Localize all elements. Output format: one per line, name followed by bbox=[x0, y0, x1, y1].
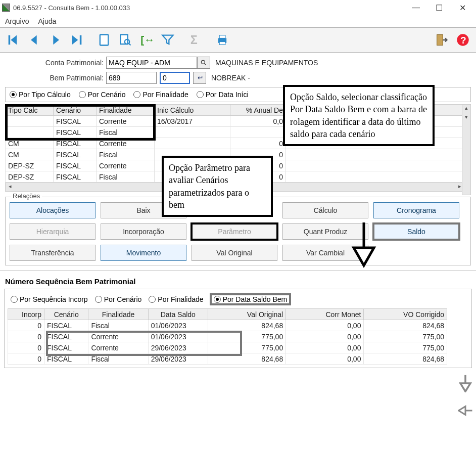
saldo-panel: Por Sequência Incorp Por Cenário Por Fin… bbox=[4, 289, 472, 368]
annotation-saldo: Opção Saldo, selecionar classificação Po… bbox=[283, 85, 435, 146]
radio-cenario2[interactable]: Por Cenário bbox=[95, 294, 142, 304]
range-icon[interactable]: [↔] bbox=[136, 30, 157, 50]
title-bar: 06.9.5527 - Consulta Bem - 1.00.00.033 —… bbox=[0, 0, 476, 15]
saldo-button[interactable]: Saldo bbox=[373, 223, 459, 240]
grid1-vscroll[interactable]: ▴▾ bbox=[462, 104, 471, 195]
next-record-icon[interactable] bbox=[45, 30, 66, 50]
col2-finalidade[interactable]: Finalidade bbox=[88, 309, 148, 320]
first-record-icon[interactable] bbox=[3, 30, 23, 50]
radio-finalidade2[interactable]: Por Finalidade bbox=[149, 294, 203, 304]
svg-rect-9 bbox=[437, 35, 443, 46]
arrow-down-icon bbox=[349, 222, 379, 268]
grid2-row: 0FISCALCorrente29/06/2023775,000,00775,0… bbox=[8, 342, 447, 353]
svg-marker-19 bbox=[459, 407, 466, 415]
movimento-button[interactable]: Movimento bbox=[101, 245, 186, 261]
conta-input[interactable] bbox=[106, 57, 197, 69]
conta-search-icon[interactable] bbox=[197, 57, 210, 69]
svg-line-13 bbox=[205, 64, 206, 65]
prev-record-icon[interactable] bbox=[24, 30, 44, 50]
radio-finalidade[interactable]: Por Finalidade bbox=[133, 91, 188, 99]
svg-line-3 bbox=[129, 43, 131, 46]
conta-label: Conta Patrimonial: bbox=[5, 59, 106, 67]
bem-input[interactable] bbox=[106, 72, 157, 84]
val-original-button[interactable]: Val Original bbox=[192, 245, 277, 261]
relacoes-legend: Relações bbox=[11, 192, 42, 200]
menu-bar: Arquivo Ajuda bbox=[0, 15, 476, 27]
filter-icon[interactable] bbox=[158, 30, 178, 50]
bem-desc: NOBREAK - bbox=[211, 74, 250, 82]
alocacoes-button[interactable]: Alocações bbox=[10, 202, 96, 218]
app-icon bbox=[2, 4, 10, 12]
exit-icon[interactable] bbox=[432, 30, 452, 50]
grid2-row: 0FISCALFiscal01/06/2023824,680,00824,68 bbox=[8, 320, 447, 331]
svg-marker-17 bbox=[460, 383, 470, 391]
col2-val[interactable]: Val Original bbox=[208, 309, 285, 320]
bem-enter-icon[interactable] bbox=[193, 72, 206, 84]
scroll-indicator-icons bbox=[458, 374, 473, 420]
toolbar: [↔] Σ ? bbox=[0, 27, 476, 53]
document-icon[interactable] bbox=[94, 30, 114, 50]
col2-corr[interactable]: Corr Monet bbox=[286, 309, 364, 320]
svg-text:?: ? bbox=[460, 35, 466, 46]
col-tipo[interactable]: Tipo Calc bbox=[6, 105, 54, 116]
svg-marker-15 bbox=[354, 248, 374, 265]
menu-ajuda[interactable]: Ajuda bbox=[38, 17, 56, 25]
col2-vo[interactable]: VO Corrigido bbox=[364, 309, 447, 320]
incorporacao-button[interactable]: Incorporação bbox=[101, 223, 186, 240]
minimize-button[interactable]: — bbox=[404, 0, 427, 15]
search-doc-icon[interactable] bbox=[115, 30, 135, 50]
arrow-left-gray-icon bbox=[458, 401, 473, 420]
window-title: 06.9.5527 - Consulta Bem - 1.00.00.033 bbox=[13, 4, 404, 12]
transferencia-button[interactable]: Transferência bbox=[10, 245, 96, 261]
col2-incorp[interactable]: Incorp bbox=[8, 309, 44, 320]
svg-rect-0 bbox=[100, 35, 108, 46]
bem-label: Bem Patrimonial: bbox=[5, 74, 106, 82]
grid2-row: 0FISCALFiscal29/06/2023824,680,00824,68 bbox=[8, 353, 447, 365]
col-finalidade[interactable]: Finalidade bbox=[97, 105, 155, 116]
maximize-button[interactable]: ☐ bbox=[427, 0, 451, 15]
col2-data[interactable]: Data Saldo bbox=[148, 309, 208, 320]
grid2-row: 0FISCALCorrente01/06/2023775,000,00775,0… bbox=[8, 331, 447, 342]
col-cenario[interactable]: Cenário bbox=[54, 105, 97, 116]
col-inic[interactable]: Inic Cálculo bbox=[155, 105, 230, 116]
radio-tipo-calc[interactable]: Por Tipo Cálculo bbox=[10, 91, 71, 99]
last-record-icon[interactable] bbox=[67, 30, 87, 50]
help-icon[interactable]: ? bbox=[453, 30, 473, 50]
radio-data-inicio[interactable]: Por Data Iníci bbox=[197, 91, 249, 99]
parametro-button: Parâmetro bbox=[192, 223, 277, 240]
svg-point-12 bbox=[201, 60, 205, 64]
radio-data-saldo[interactable]: Por Data Saldo Bem bbox=[211, 294, 291, 304]
svg-text:[↔]: [↔] bbox=[140, 34, 154, 46]
bem-seq-input[interactable] bbox=[160, 72, 190, 84]
svg-rect-7 bbox=[219, 35, 225, 38]
col-anual[interactable]: % Anual De bbox=[230, 105, 286, 116]
conta-desc: MAQUINAS E EQUIPAMENTOS bbox=[215, 59, 318, 67]
svg-rect-8 bbox=[219, 42, 225, 45]
calculo-button[interactable]: Cálculo bbox=[282, 202, 368, 218]
arrow-down-gray-icon bbox=[458, 374, 473, 392]
annotation-parametro: Opção Parâmetro para avaliar Cenários pa… bbox=[162, 156, 273, 217]
cronograma-button[interactable]: Cronograma bbox=[373, 202, 459, 218]
radio-cenario[interactable]: Por Cenário bbox=[79, 91, 126, 99]
hierarquia-button: Hierarquia bbox=[10, 223, 96, 240]
svg-text:Σ: Σ bbox=[191, 33, 198, 47]
sum-icon[interactable]: Σ bbox=[185, 30, 205, 50]
radio-seq-incorp[interactable]: Por Sequência Incorp bbox=[11, 294, 88, 304]
close-button[interactable]: ✕ bbox=[451, 0, 474, 15]
print-icon[interactable] bbox=[212, 30, 232, 50]
section-title: Número Sequência Bem Patrimonial bbox=[5, 277, 476, 286]
menu-arquivo[interactable]: Arquivo bbox=[5, 17, 29, 25]
saldo-grid[interactable]: Incorp Cenário Finalidade Data Saldo Val… bbox=[8, 308, 468, 365]
col2-cenario[interactable]: Cenário bbox=[44, 309, 88, 320]
